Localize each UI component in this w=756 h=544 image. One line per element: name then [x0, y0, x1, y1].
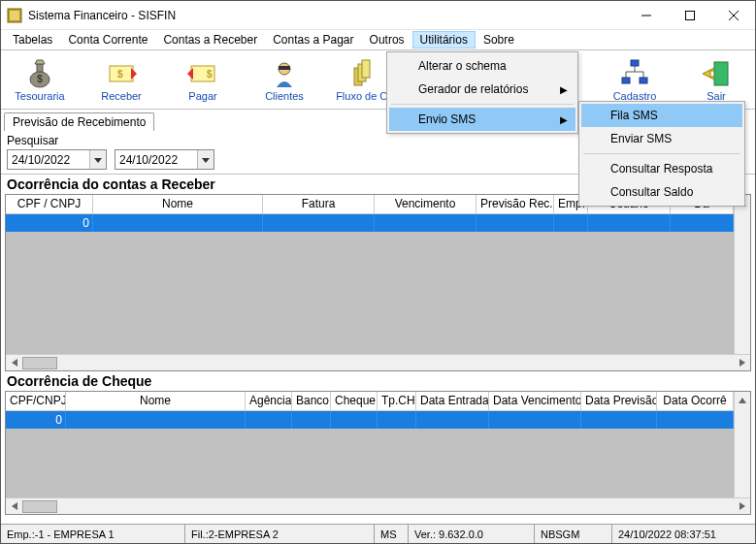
submenu-arrow-icon: ▶	[560, 114, 568, 125]
cell2-cheque	[331, 411, 378, 429]
grid-receber-vscroll[interactable]	[734, 195, 750, 354]
date-to-value: 24/10/2022	[115, 153, 197, 167]
svg-rect-7	[37, 64, 43, 72]
col-nome[interactable]: Nome	[93, 195, 263, 213]
menu-contas-pagar[interactable]: Contas a Pagar	[265, 31, 361, 48]
cell-usuario	[588, 214, 671, 232]
grid-receber-body[interactable]: 0	[6, 214, 734, 354]
col2-tpch[interactable]: Tp.CH	[378, 392, 416, 410]
minimize-button[interactable]	[624, 1, 668, 29]
svg-text:$: $	[207, 69, 213, 80]
toolbar-sair[interactable]: Sair	[687, 58, 745, 102]
date-from-dropdown-icon[interactable]	[89, 150, 106, 169]
toolbar-cadastro-label: Cadastro	[613, 90, 657, 102]
toolbar-receber[interactable]: $ Receber	[92, 58, 150, 102]
menuitem-consultar-saldo[interactable]: Consultar Saldo	[581, 180, 742, 204]
cell2-cpf: 0	[6, 411, 66, 429]
app-window: Sistema Financeiro - SISFIN Tabelas Cont…	[0, 0, 756, 544]
scroll-right-icon[interactable]	[734, 355, 750, 371]
menu-separator	[391, 104, 574, 105]
menu-tabelas[interactable]: Tabelas	[5, 31, 60, 48]
status-version: Ver.: 9.632.0.0	[409, 525, 535, 543]
cell2-datavenc	[489, 411, 581, 429]
svg-text:$: $	[37, 74, 43, 84]
col2-cheque[interactable]: Cheque	[331, 392, 378, 410]
svg-rect-25	[714, 62, 728, 85]
search-label: Pesquisar	[7, 134, 214, 147]
toolbar-tesouraria-label: Tesouraria	[15, 90, 64, 102]
table-row[interactable]: 0	[6, 411, 734, 429]
date-to-input[interactable]: 24/10/2022	[115, 149, 214, 170]
pay-icon: $	[187, 58, 218, 89]
scroll-right-icon[interactable]	[734, 498, 750, 515]
status-user: NBSGM	[535, 525, 612, 543]
tab-previsao-recebimento[interactable]: Previsão de Recebimento	[4, 112, 154, 131]
menuitem-enviar-sms[interactable]: Enviar SMS	[581, 127, 742, 150]
cell2-dataentrada	[416, 411, 489, 429]
col-fatura[interactable]: Fatura	[263, 195, 375, 213]
scroll-up-icon[interactable]	[735, 392, 750, 408]
hscroll-thumb[interactable]	[22, 500, 57, 513]
cell-da	[671, 214, 734, 232]
menu-sobre[interactable]: Sobre	[476, 31, 522, 48]
cell2-dataprev	[581, 411, 657, 429]
menu-conta-corrente[interactable]: Conta Corrente	[60, 31, 155, 48]
orgchart-icon	[619, 58, 650, 89]
col2-nome[interactable]: Nome	[66, 392, 246, 410]
menuitem-gerador-relatorios[interactable]: Gerador de relatórios▶	[389, 78, 575, 101]
menuitem-consultar-resposta[interactable]: Consultar Resposta	[581, 157, 742, 180]
grid-receber-hscroll[interactable]	[6, 354, 750, 370]
window-title: Sistema Financeiro - SISFIN	[28, 9, 624, 22]
hscroll-thumb[interactable]	[22, 357, 57, 369]
table-row[interactable]: 0	[6, 214, 734, 232]
grid-cheque-vscroll[interactable]	[734, 392, 750, 497]
cell-nome	[93, 214, 263, 232]
toolbar-sair-label: Sair	[707, 90, 726, 102]
status-bar: Emp.:-1 - EMPRESA 1 Fil.:2-EMPRESA 2 MS …	[1, 524, 755, 543]
col2-cpf[interactable]: CPF/CNPJ	[6, 392, 66, 410]
grid-cheque-hscroll[interactable]	[6, 497, 750, 514]
toolbar-tesouraria[interactable]: $ Tesouraria	[11, 58, 69, 102]
col-previsao[interactable]: Previsão Rec.	[477, 195, 554, 213]
section2-title: Ocorrência de Cheque	[1, 371, 755, 391]
cell-venc	[375, 214, 477, 232]
cell-fatura	[263, 214, 375, 232]
window-controls	[624, 1, 755, 29]
menu-contas-receber[interactable]: Contas a Receber	[155, 31, 265, 48]
clients-icon	[269, 58, 300, 89]
toolbar-cadastro[interactable]: Cadastro	[606, 58, 664, 102]
scroll-left-icon[interactable]	[6, 498, 22, 515]
col2-agencia[interactable]: Agência	[246, 392, 292, 410]
receive-icon: $	[106, 58, 137, 89]
grid-cheque-body[interactable]: 0	[6, 411, 734, 497]
svg-text:$: $	[117, 69, 123, 80]
status-ms: MS	[375, 525, 409, 543]
menu-outros[interactable]: Outros	[362, 31, 412, 48]
date-from-input[interactable]: 24/10/2022	[7, 149, 107, 170]
status-empresa: Emp.:-1 - EMPRESA 1	[1, 525, 185, 543]
cell2-tpch	[378, 411, 416, 429]
maximize-button[interactable]	[668, 1, 711, 29]
col2-datavenc[interactable]: Data Vencimento	[489, 392, 581, 410]
col-vencimento[interactable]: Vencimento	[375, 195, 477, 213]
menuitem-fila-sms[interactable]: Fila SMS	[581, 104, 742, 127]
col2-banco[interactable]: Banco	[292, 392, 331, 410]
app-icon	[7, 8, 22, 23]
col2-dataentrada[interactable]: Data Entrada	[416, 392, 489, 410]
svg-rect-17	[362, 60, 370, 78]
grid-receber: CPF / CNPJ Nome Fatura Vencimento Previs…	[5, 194, 751, 371]
close-button[interactable]	[711, 1, 755, 29]
scroll-left-icon[interactable]	[6, 355, 22, 371]
col2-dataocorre[interactable]: Data Ocorrê	[657, 392, 734, 410]
date-to-dropdown-icon[interactable]	[197, 150, 214, 169]
svg-rect-18	[631, 60, 639, 66]
cell2-agencia	[246, 411, 292, 429]
col-cpf[interactable]: CPF / CNPJ	[6, 195, 93, 213]
col2-dataprev[interactable]: Data Previsão	[581, 392, 657, 410]
toolbar-pagar[interactable]: $ Pagar	[174, 58, 232, 102]
toolbar-clientes[interactable]: Clientes	[255, 58, 313, 102]
menu-utilitarios[interactable]: Utilitários	[412, 31, 476, 48]
toolbar-clientes-label: Clientes	[265, 90, 304, 102]
menuitem-envio-sms[interactable]: Envio SMS▶	[389, 108, 575, 131]
menuitem-alterar-schema[interactable]: Alterar o schema	[389, 54, 575, 78]
